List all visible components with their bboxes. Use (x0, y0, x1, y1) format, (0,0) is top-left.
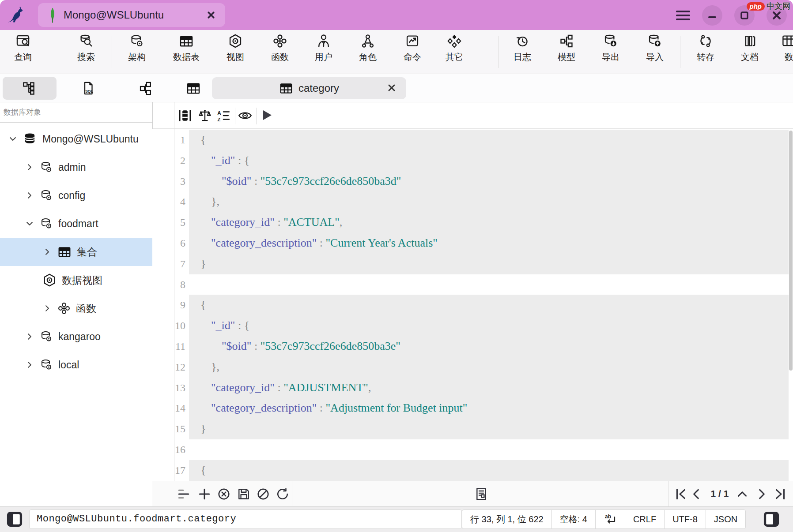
code-line[interactable]: "category_id" : "ADJUSTMENT", (189, 378, 789, 398)
format-button[interactable] (177, 487, 190, 501)
toolbar-view-button[interactable]: 视图 (213, 34, 257, 71)
editor-line[interactable]: 10"_id" : { (152, 315, 793, 336)
tree-item-admin[interactable]: admin (0, 153, 152, 181)
code-line[interactable]: { (189, 295, 789, 315)
first-page-button[interactable] (674, 487, 687, 501)
diagram-view-button[interactable] (126, 77, 165, 100)
toolbar-log-button[interactable]: 日志 (500, 34, 544, 71)
tree-item-kangaroo[interactable]: kangaroo (0, 322, 152, 351)
tab-category[interactable]: category (212, 77, 406, 99)
toolbar-search-button[interactable]: 搜索 (64, 34, 108, 71)
delete-record-button[interactable] (217, 487, 230, 501)
prev-page-button[interactable] (690, 487, 703, 501)
chevron-right-icon[interactable] (25, 360, 34, 370)
toolbar-partial-button[interactable]: 数 (769, 34, 793, 71)
connection-tab[interactable]: Mongo@WSLUbuntu (38, 3, 225, 27)
tree-item-data-views[interactable]: 数据视图 (0, 266, 152, 294)
sort-button[interactable]: AZ (216, 109, 230, 123)
objects-view-button[interactable] (3, 77, 57, 100)
main-menu-button[interactable] (673, 5, 693, 26)
tree-item-foodmart[interactable]: foodmart (0, 210, 152, 238)
editor-line[interactable]: 12}, (152, 357, 793, 378)
chevron-right-icon[interactable] (25, 191, 34, 200)
editor-line[interactable]: 6"category_description" : "Current Year'… (152, 233, 793, 254)
editor-line[interactable]: 1{ (152, 130, 793, 150)
tree-item-functions[interactable]: 函数 (0, 294, 152, 322)
editor-line[interactable]: 11"$oid" : "53c7c973ccf26e6de850ba3e" (152, 336, 793, 357)
vertical-scrollbar[interactable] (789, 131, 793, 371)
line-ending[interactable]: CRLF (625, 510, 664, 528)
toolbar-document-button[interactable]: 文档 (728, 34, 772, 71)
tree-item-collections[interactable]: 集合 (0, 238, 152, 266)
minimize-button[interactable] (702, 5, 722, 26)
form-view-button[interactable] (475, 487, 488, 501)
page-up-button[interactable] (736, 487, 749, 501)
code-line[interactable]: "$oid" : "53c7c973ccf26e6de850ba3d" (189, 171, 789, 192)
chevron-right-icon[interactable] (25, 332, 34, 341)
code-line[interactable]: }, (189, 191, 789, 212)
code-line[interactable]: { (189, 130, 789, 150)
editor-line[interactable]: 7} (152, 254, 793, 274)
editor-line[interactable]: 15} (152, 419, 793, 439)
connection-tab-close-icon[interactable] (207, 11, 215, 19)
toolbar-function-button[interactable]: 函数 (258, 34, 302, 71)
toolbar-user-button[interactable]: 用户 (302, 34, 346, 71)
code-line[interactable] (189, 274, 789, 295)
chevron-right-icon[interactable] (42, 303, 52, 313)
editor-line[interactable]: 3"$oid" : "53c7c973ccf26e6de850ba3d" (152, 171, 793, 192)
chevron-down-icon[interactable] (25, 219, 34, 229)
aggregate-button[interactable] (198, 109, 212, 123)
toolbar-dump-button[interactable]: 转存 (683, 34, 728, 71)
grid-view-button[interactable] (178, 109, 192, 123)
toolbar-export-button[interactable]: 导出 (589, 34, 633, 71)
code-line[interactable] (189, 439, 789, 460)
syntax-mode[interactable]: JSON (706, 510, 745, 528)
chevron-right-icon[interactable] (25, 162, 34, 172)
discard-button[interactable] (257, 487, 270, 501)
code-line[interactable]: } (189, 419, 789, 439)
code-line[interactable]: "$oid" : "53c7c973ccf26e6de850ba3e" (189, 336, 789, 357)
toolbar-query-button[interactable]: 查询 (4, 34, 42, 71)
toolbar-other-button[interactable]: 其它 (432, 34, 476, 71)
sql-editor-button[interactable]: SQL (69, 77, 108, 100)
tab-close-icon[interactable] (387, 83, 396, 93)
code-line[interactable]: "_id" : { (189, 150, 789, 171)
code-line[interactable]: { (189, 460, 789, 481)
editor-line[interactable]: 4}, (152, 191, 793, 212)
code-line[interactable]: }, (189, 357, 789, 378)
chevron-right-icon[interactable] (42, 247, 52, 257)
toolbar-schema-button[interactable]: 架构 (115, 34, 159, 71)
code-line[interactable]: "category_description" : "Current Year's… (189, 233, 789, 254)
editor-line[interactable]: 2"_id" : { (152, 150, 793, 171)
tree-item-config[interactable]: config (0, 181, 152, 210)
toolbar-table-button[interactable]: 数据表 (164, 34, 208, 71)
last-page-button[interactable] (774, 487, 787, 501)
toggle-right-panel-button[interactable] (762, 510, 781, 528)
add-record-button[interactable] (198, 487, 211, 501)
toggle-left-panel-button[interactable] (5, 510, 24, 528)
editor-line[interactable]: 16 (152, 439, 793, 460)
refresh-button[interactable] (276, 487, 289, 501)
open-object-icon-button[interactable] (180, 77, 207, 100)
projection-button[interactable] (238, 109, 253, 122)
chevron-down-icon[interactable] (8, 134, 18, 144)
next-page-button[interactable] (755, 487, 768, 501)
editor-line[interactable]: 8 (152, 274, 793, 295)
tree-item-local[interactable]: local (0, 351, 152, 379)
toolbar-model-button[interactable]: 模型 (544, 34, 589, 71)
code-line[interactable]: "category_description" : "Adjustment for… (189, 398, 789, 419)
code-line[interactable]: "category_id" : "ACTUAL", (189, 212, 789, 233)
save-record-button[interactable] (237, 487, 250, 501)
json-editor[interactable]: 1{2"_id" : {3"$oid" : "53c7c973ccf26e6de… (152, 129, 793, 481)
editor-line[interactable]: 17{ (152, 460, 793, 481)
toolbar-role-button[interactable]: 角色 (346, 34, 390, 71)
word-wrap-toggle[interactable]: ab (595, 510, 625, 528)
encoding[interactable]: UTF-8 (664, 510, 706, 528)
indent-setting[interactable]: 空格: 4 (551, 510, 595, 528)
editor-line[interactable]: 5"category_id" : "ACTUAL", (152, 212, 793, 233)
tree-item-connection[interactable]: Mongo@WSLUbuntu (0, 125, 152, 153)
run-button[interactable] (261, 109, 274, 122)
toolbar-import-button[interactable]: 导入 (633, 34, 677, 71)
editor-line[interactable]: 9{ (152, 295, 793, 315)
code-line[interactable]: "_id" : { (189, 315, 789, 336)
